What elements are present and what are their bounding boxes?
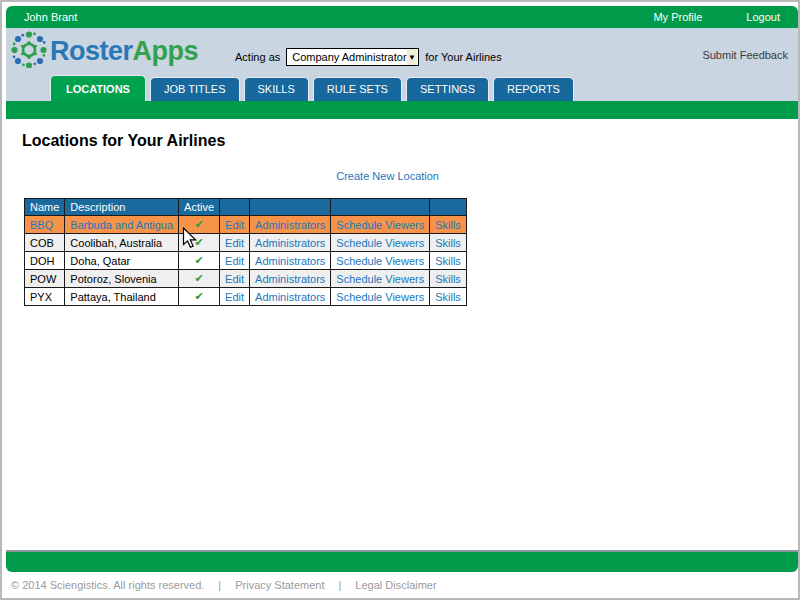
bottom-green-bar — [6, 552, 798, 572]
rosterapps-logo[interactable]: RosterApps — [10, 30, 198, 72]
acting-as-suffix: for Your Airlines — [425, 51, 501, 63]
tab-locations[interactable]: LOCATIONS — [50, 75, 146, 101]
tab-reports[interactable]: REPORTS — [493, 77, 574, 101]
submit-feedback-link[interactable]: Submit Feedback — [702, 49, 788, 61]
top-bar: John Brant My Profile Logout — [6, 6, 798, 28]
location-description: Barbuda and Antigua — [65, 216, 179, 234]
administrators-link[interactable]: Administrators — [255, 273, 325, 285]
edit-link[interactable]: Edit — [225, 237, 244, 249]
privacy-statement-link[interactable]: Privacy Statement — [235, 579, 324, 591]
nav-green-strip — [6, 101, 798, 119]
role-select[interactable]: Company Administrator ▼ — [286, 48, 419, 66]
location-name: POW — [25, 270, 65, 288]
create-new-location-link[interactable]: Create New Location — [336, 170, 439, 182]
schedule-viewers-link[interactable]: Schedule Viewers — [336, 237, 424, 249]
header: RosterApps Acting as Company Administrat… — [6, 28, 798, 101]
table-row-cob: COB Coolibah, Australia ✔ Edit Administr… — [25, 234, 467, 252]
nav-tabs: LOCATIONS JOB TITLES SKILLS RULE SETS SE… — [50, 75, 574, 101]
col-header-name: Name — [25, 199, 65, 216]
table-row-doh: DOH Doha, Qatar ✔ Edit Administrators Sc… — [25, 252, 467, 270]
location-name: BBQ — [25, 216, 65, 234]
schedule-viewers-link[interactable]: Schedule Viewers — [336, 291, 424, 303]
table-row-pyx: PYX Pattaya, Thailand ✔ Edit Administrat… — [25, 288, 467, 306]
col-header-active: Active — [179, 199, 220, 216]
table-row-bbq: BBQ Barbuda and Antigua ✔ Edit Administr… — [25, 216, 467, 234]
main-content: Locations for Your Airlines Create New L… — [6, 119, 798, 550]
skills-link[interactable]: Skills — [435, 255, 461, 267]
active-check-icon: ✔ — [194, 254, 203, 266]
schedule-viewers-link[interactable]: Schedule Viewers — [336, 255, 424, 267]
active-check-icon: ✔ — [194, 272, 203, 284]
role-select-value: Company Administrator — [287, 51, 406, 63]
skills-link[interactable]: Skills — [435, 219, 461, 231]
edit-link[interactable]: Edit — [225, 291, 244, 303]
logged-in-user: John Brant — [24, 11, 77, 23]
col-header-description: Description — [65, 199, 179, 216]
schedule-viewers-link[interactable]: Schedule Viewers — [336, 273, 424, 285]
col-header-schedule — [331, 199, 430, 216]
active-check-icon: ✔ — [194, 236, 203, 248]
acting-as-label: Acting as — [235, 51, 280, 63]
tab-job-titles[interactable]: JOB TITLES — [150, 77, 240, 101]
page-title: Locations for Your Airlines — [22, 132, 225, 150]
edit-link[interactable]: Edit — [225, 255, 244, 267]
active-check-icon: ✔ — [194, 290, 203, 302]
copyright-text: © 2014 Sciengistics. All rights reserved… — [11, 579, 204, 591]
logout-link[interactable]: Logout — [746, 11, 780, 23]
location-name: DOH — [25, 252, 65, 270]
edit-link[interactable]: Edit — [225, 273, 244, 285]
skills-link[interactable]: Skills — [435, 291, 461, 303]
administrators-link[interactable]: Administrators — [255, 219, 325, 231]
schedule-viewers-link[interactable]: Schedule Viewers — [336, 219, 424, 231]
administrators-link[interactable]: Administrators — [255, 237, 325, 249]
rosterapps-page: John Brant My Profile Logout — [6, 6, 798, 598]
chevron-down-icon: ▼ — [407, 49, 418, 65]
col-header-skills — [430, 199, 467, 216]
administrators-link[interactable]: Administrators — [255, 255, 325, 267]
acting-as-group: Acting as Company Administrator ▼ for Yo… — [235, 48, 502, 66]
tab-settings[interactable]: SETTINGS — [406, 77, 489, 101]
location-description: Coolibah, Australia — [65, 234, 179, 252]
location-description: Doha, Qatar — [65, 252, 179, 270]
col-header-edit — [220, 199, 250, 216]
rosterapps-logo-icon — [10, 30, 48, 72]
skills-link[interactable]: Skills — [435, 237, 461, 249]
edit-link[interactable]: Edit — [225, 219, 244, 231]
administrators-link[interactable]: Administrators — [255, 291, 325, 303]
legal-disclaimer-link[interactable]: Legal Disclaimer — [355, 579, 436, 591]
active-check-icon: ✔ — [194, 218, 203, 230]
tab-rule-sets[interactable]: RULE SETS — [313, 77, 402, 101]
location-description: Pattaya, Thailand — [65, 288, 179, 306]
my-profile-link[interactable]: My Profile — [653, 11, 702, 23]
table-row-pow: POW Potoroz, Slovenia ✔ Edit Administrat… — [25, 270, 467, 288]
table-header-row: Name Description Active — [25, 199, 467, 216]
location-description: Potoroz, Slovenia — [65, 270, 179, 288]
skills-link[interactable]: Skills — [435, 273, 461, 285]
footer: © 2014 Sciengistics. All rights reserved… — [6, 572, 798, 598]
location-name: COB — [25, 234, 65, 252]
rosterapps-wordmark: RosterApps — [50, 36, 198, 67]
tab-skills[interactable]: SKILLS — [244, 77, 309, 101]
locations-table: Name Description Active BBQ Barbuda and … — [24, 198, 467, 306]
col-header-admins — [250, 199, 331, 216]
location-name: PYX — [25, 288, 65, 306]
browser-viewport: John Brant My Profile Logout — [0, 0, 800, 600]
